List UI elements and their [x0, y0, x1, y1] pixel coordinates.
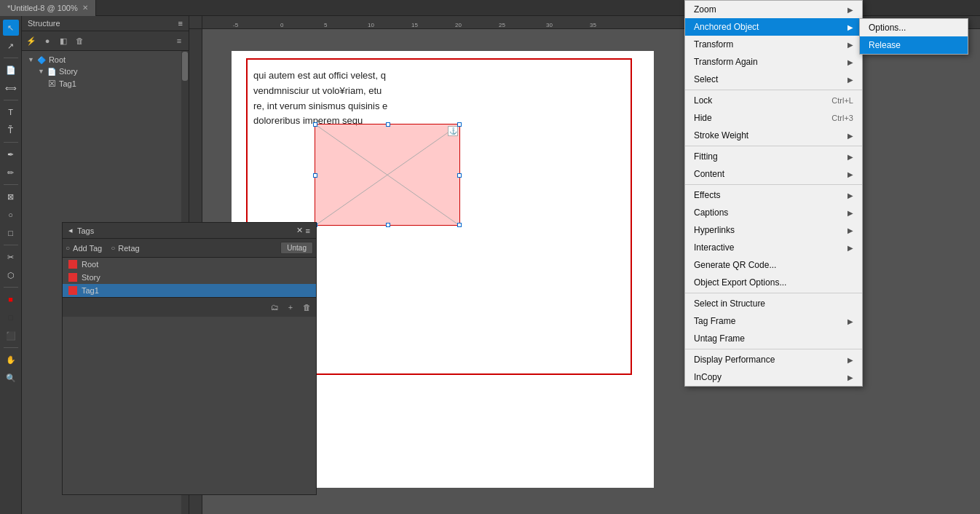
ruler-tick: 25 — [497, 22, 505, 28]
tree-item-story[interactable]: ▼ 📄 Story — [25, 66, 186, 77]
scissors-tool[interactable]: ✂ — [3, 249, 19, 265]
page-tool[interactable]: 📄 — [3, 62, 19, 78]
hamburger-icon[interactable]: ≡ — [178, 19, 183, 28]
menu-shortcut-lock: Ctrl+L — [831, 96, 853, 105]
handle-bm — [386, 223, 390, 227]
anchored-object-submenu: Options... Release — [859, 18, 968, 55]
tree-label-story: Story — [59, 67, 78, 76]
untag-button[interactable]: Untag — [280, 242, 313, 254]
radio-add-tag[interactable]: ○ — [66, 244, 70, 252]
menu-separator-4 — [685, 293, 862, 293]
toolbox: ↖ ↗ 📄 ⟺ T T̃ ✒ ✏ ⊠ ○ □ ✂ ⬡ ■ □ ⬛ ✋ 🔍 — [0, 16, 22, 514]
structure-tool-3[interactable]: ◧ — [57, 34, 70, 47]
tag-label-tag1: Tag1 — [82, 286, 99, 295]
menu-arrow-transform: ▶ — [847, 41, 853, 49]
menu-item-hyperlinks[interactable]: Hyperlinks ▶ — [685, 221, 862, 239]
menu-arrow-hyperlinks: ▶ — [847, 226, 853, 234]
ellipse-tool[interactable]: ○ — [3, 207, 19, 223]
zoom-tool[interactable]: 🔍 — [3, 370, 19, 386]
free-transform-tool[interactable]: ⬡ — [3, 267, 19, 283]
menu-label-interactive: Interactive — [694, 242, 734, 253]
handle-tr — [457, 122, 462, 127]
menu-item-fitting[interactable]: Fitting ▶ — [685, 148, 862, 165]
structure-hamburger[interactable]: ≡ — [173, 34, 186, 47]
pen-tool[interactable]: ✒ — [3, 146, 19, 162]
menu-item-incopy[interactable]: InCopy ▶ — [685, 368, 862, 386]
structure-toolbar: ⚡ ● ◧ 🗑 ≡ — [22, 31, 189, 51]
submenu-label-release: Release — [869, 40, 901, 50]
menu-item-content[interactable]: Content ▶ — [685, 165, 862, 183]
document-tab[interactable]: *Untitled-8 @ 100% ✕ — [0, 0, 96, 16]
tag-color-root — [68, 260, 77, 269]
menu-item-zoom[interactable]: Zoom ▶ — [685, 1, 862, 18]
menu-item-display-performance[interactable]: Display Performance ▶ — [685, 351, 862, 368]
tree-label-tag1: Tag1 — [59, 79, 76, 88]
tags-delete-button[interactable]: 🗑 — [300, 301, 313, 314]
menu-separator-1 — [685, 90, 862, 90]
tag-item-root[interactable]: Root — [63, 258, 316, 271]
tags-add-button[interactable]: + — [284, 301, 297, 314]
tree-item-tag1[interactable]: ☒ Tag1 — [25, 77, 186, 90]
structure-tool-delete[interactable]: 🗑 — [73, 34, 86, 47]
menu-item-lock[interactable]: Lock Ctrl+L — [685, 92, 862, 109]
menu-label-select: Select — [694, 74, 718, 84]
menu-item-effects[interactable]: Effects ▶ — [685, 186, 862, 204]
structure-tool-1[interactable]: ⚡ — [25, 34, 38, 47]
rect-frame-tool[interactable]: ⊠ — [3, 189, 19, 205]
menu-separator-5 — [685, 349, 862, 349]
handle-mr — [457, 173, 462, 178]
menu-label-effects: Effects — [694, 190, 720, 200]
tag-item-story[interactable]: Story — [63, 271, 316, 284]
type-on-path-tool[interactable]: T̃ — [3, 122, 19, 138]
menu-label-transform-again: Transform Again — [694, 57, 758, 67]
tags-map-button[interactable]: 🗂 — [268, 301, 281, 314]
tags-panel-close[interactable]: ✕ — [296, 226, 303, 235]
menu-label-incopy: InCopy — [694, 372, 722, 382]
swatch-tool[interactable]: ⬛ — [3, 328, 19, 344]
menu-arrow-effects: ▶ — [847, 191, 853, 199]
menu-item-select[interactable]: Select ▶ — [685, 71, 862, 88]
menu-item-interactive[interactable]: Interactive ▶ — [685, 239, 862, 256]
tags-panel-header: ◂ Tags ✕ ≡ — [63, 223, 316, 239]
hand-tool[interactable]: ✋ — [3, 352, 19, 368]
menu-item-transform[interactable]: Transform ▶ — [685, 36, 862, 53]
tree-item-root[interactable]: ▼ 🔷 Root — [25, 54, 186, 66]
tags-panel-hamburger[interactable]: ≡ — [306, 226, 310, 235]
select-tool[interactable]: ↖ — [3, 20, 19, 36]
menu-label-hide: Hide — [694, 113, 712, 123]
menu-item-tag-frame[interactable]: Tag Frame ▶ — [685, 312, 862, 330]
structure-panel-header: Structure ≡ — [22, 16, 189, 31]
submenu-item-release[interactable]: Release — [860, 36, 968, 54]
gap-tool[interactable]: ⟺ — [3, 80, 19, 96]
menu-label-stroke-weight: Stroke Weight — [694, 130, 748, 141]
menu-arrow-display-performance: ▶ — [847, 356, 853, 364]
tab-close-button[interactable]: ✕ — [82, 4, 88, 12]
menu-item-captions[interactable]: Captions ▶ — [685, 204, 862, 221]
color-stroke[interactable]: □ — [3, 309, 19, 325]
rect-tool[interactable]: □ — [3, 225, 19, 241]
menu-item-hide[interactable]: Hide Ctrl+3 — [685, 109, 862, 127]
tags-panel-title: Tags — [77, 226, 94, 235]
direct-select-tool[interactable]: ↗ — [3, 38, 19, 54]
color-fill[interactable]: ■ — [3, 291, 19, 307]
submenu-item-options[interactable]: Options... — [860, 19, 968, 36]
pencil-tool[interactable]: ✏ — [3, 165, 19, 181]
menu-item-stroke-weight[interactable]: Stroke Weight ▶ — [685, 127, 862, 144]
menu-item-select-in-structure[interactable]: Select in Structure — [685, 295, 862, 312]
menu-item-transform-again[interactable]: Transform Again ▶ — [685, 53, 862, 71]
menu-label-hyperlinks: Hyperlinks — [694, 225, 735, 235]
tag-item-tag1[interactable]: Tag1 — [63, 284, 316, 297]
menu-item-untag-frame[interactable]: Untag Frame — [685, 330, 862, 347]
menu-item-anchored-object[interactable]: Anchored Object ▶ Options... Release — [685, 18, 862, 36]
menu-arrow-select: ▶ — [847, 76, 853, 84]
menu-arrow-content: ▶ — [847, 170, 853, 178]
tag-label-root: Root — [82, 260, 98, 269]
radio-retag[interactable]: ○ — [111, 244, 115, 252]
ruler-tick: 15 — [410, 22, 418, 28]
structure-tool-2[interactable]: ● — [41, 34, 54, 47]
menu-item-object-export[interactable]: Object Export Options... — [685, 274, 862, 291]
tags-panel-collapse[interactable]: ◂ — [68, 226, 73, 235]
menu-item-generate-qr[interactable]: Generate QR Code... — [685, 256, 862, 274]
tag-color-tag1 — [68, 286, 77, 295]
type-tool[interactable]: T — [3, 104, 19, 120]
